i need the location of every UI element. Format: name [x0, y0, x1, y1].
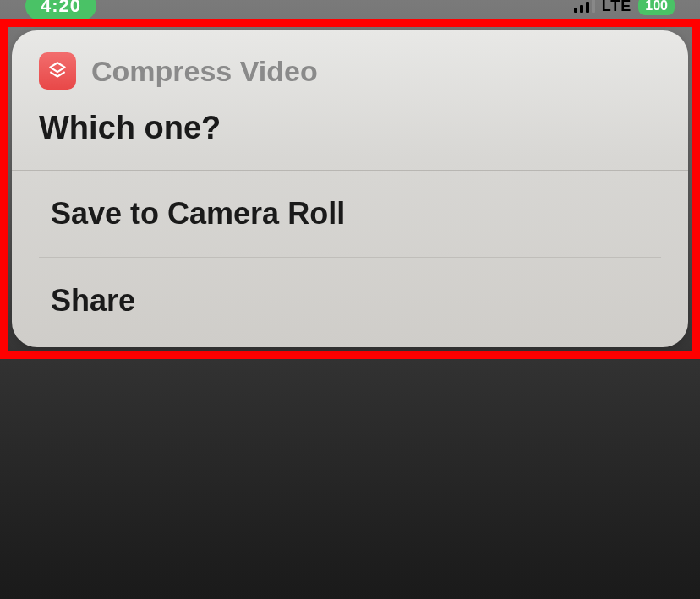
option-save-camera-roll[interactable]: Save to Camera Roll — [39, 171, 661, 258]
compress-icon — [46, 60, 68, 82]
action-sheet: Compress Video Which one? Save to Camera… — [12, 30, 688, 347]
status-bar: 4:20 LTE 100 — [0, 0, 700, 17]
option-share[interactable]: Share — [39, 258, 661, 347]
signal-icon — [574, 0, 595, 13]
battery-icon: 100 — [638, 0, 675, 15]
network-label: LTE — [602, 0, 632, 15]
annotation-highlight: Compress Video Which one? Save to Camera… — [0, 19, 700, 359]
time-pill[interactable]: 4:20 — [25, 0, 96, 20]
status-right: LTE 100 — [574, 0, 675, 15]
sheet-question: Which one? — [12, 101, 688, 171]
app-icon — [39, 52, 76, 90]
sheet-header: Compress Video — [12, 30, 688, 101]
option-list: Save to Camera Roll Share — [12, 171, 688, 347]
app-title: Compress Video — [91, 55, 318, 88]
